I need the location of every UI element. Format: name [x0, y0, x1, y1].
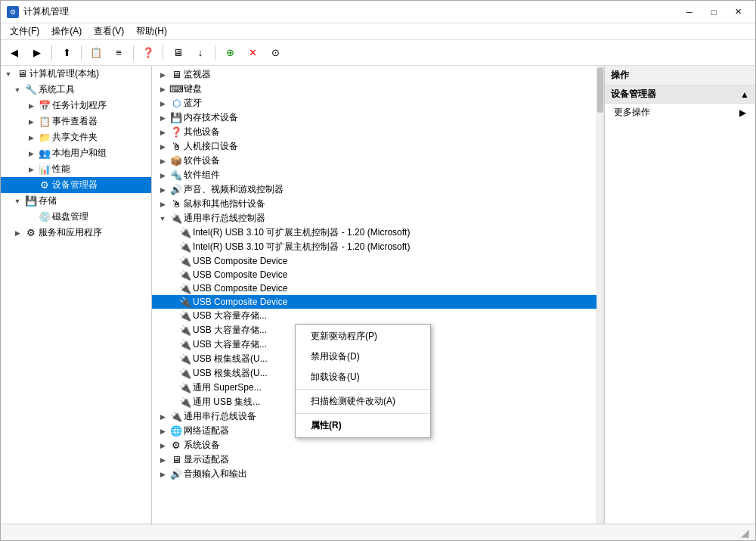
expand-icon: ▶ — [25, 132, 37, 144]
other-icon: ❓ — [170, 126, 182, 138]
menu-file[interactable]: 文件(F) — [4, 23, 45, 39]
softwarecomp-label: 软件组件 — [184, 169, 220, 182]
action-more-arrow: ▶ — [739, 107, 746, 118]
remove-button[interactable]: ✕ — [242, 42, 263, 64]
ctx-properties[interactable]: 属性(R) — [296, 415, 430, 436]
menu-action[interactable]: 操作(A) — [45, 23, 88, 39]
expand-icon: ▶ — [25, 100, 37, 112]
usb-icon: 🔌 — [179, 396, 191, 409]
hid-icon: 🖱 — [170, 141, 182, 153]
dev-sysdev[interactable]: ▶ ⚙ 系统设备 — [152, 438, 596, 452]
expand-icon: ▶ — [156, 440, 169, 452]
up-button[interactable]: ⬆ — [56, 42, 77, 64]
dev-software[interactable]: ▶ 📦 软件设备 — [152, 154, 596, 168]
action-more-actions[interactable]: 更多操作 ▶ — [605, 104, 755, 121]
computer-icon: 🖥 — [16, 68, 28, 80]
left-tree-taskscheduler[interactable]: ▶ 📅 任务计划程序 — [1, 98, 151, 113]
expand-icon: ▶ — [156, 98, 169, 110]
left-tree-root[interactable]: ▼ 🖥 计算机管理(本地) — [1, 66, 151, 82]
monitors-label: 监视器 — [184, 68, 211, 81]
display-label: 显示适配器 — [184, 453, 229, 466]
devmgr-icon: ⚙ — [39, 179, 51, 191]
dev-memory[interactable]: ▶ 💾 内存技术设备 — [152, 110, 596, 125]
left-tree-storage[interactable]: ▼ 💾 存储 — [1, 193, 151, 209]
usb-comp4-label: USB Composite Device — [193, 297, 287, 307]
back-button[interactable]: ◀ — [4, 42, 25, 64]
status-bar: ◢ — [1, 524, 755, 540]
export-button[interactable]: ↓ — [190, 42, 211, 64]
left-tree-diskmgmt[interactable]: 💿 磁盘管理 — [1, 209, 151, 225]
dev-keyboard[interactable]: ▶ ⌨ 键盘 — [152, 82, 596, 96]
forward-button[interactable]: ▶ — [26, 42, 48, 64]
expand-icon: ▶ — [156, 169, 169, 182]
dev-usb-comp2[interactable]: 🔌 USB Composite Device — [152, 268, 596, 281]
left-tree-perf[interactable]: ▶ 📊 性能 — [1, 161, 151, 177]
view-button[interactable]: ≡ — [108, 42, 129, 64]
menu-help[interactable]: 帮助(H) — [130, 23, 173, 39]
show-hide-tree-button[interactable]: 📋 — [85, 42, 107, 64]
properties-button[interactable]: ⊙ — [265, 42, 286, 64]
expand-icon: ▶ — [156, 184, 169, 196]
ctx-scan-hardware[interactable]: 扫描检测硬件改动(A) — [296, 391, 430, 412]
dev-usb-mass1[interactable]: 🔌 USB 大容量存储... — [152, 309, 596, 323]
menu-view[interactable]: 查看(V) — [88, 23, 130, 39]
dev-usb-comp4[interactable]: 🔌 USB Composite Device — [152, 295, 596, 309]
left-tree-services[interactable]: ▶ ⚙ 服务和应用程序 — [1, 225, 151, 241]
dev-usb-comp1[interactable]: 🔌 USB Composite Device — [152, 254, 596, 268]
toolbar-sep-3 — [133, 45, 134, 61]
center-pane[interactable]: ▶ 🖥 监视器 ▶ ⌨ 键盘 ▶ ⬡ 蓝牙 ▶ — [152, 66, 596, 524]
dev-audio[interactable]: ▶ 🔊 音频输入和输出 — [152, 467, 596, 481]
ctx-uninstall-device[interactable]: 卸载设备(U) — [296, 367, 430, 387]
dev-hid[interactable]: ▶ 🖱 人机接口设备 — [152, 139, 596, 154]
dev-other[interactable]: ▶ ❓ 其他设备 — [152, 125, 596, 139]
help-button[interactable]: ❓ — [138, 42, 159, 64]
dev-usb-comp3[interactable]: 🔌 USB Composite Device — [152, 281, 596, 295]
dev-sound[interactable]: ▶ 🔊 声音、视频和游戏控制器 — [152, 182, 596, 197]
scrollbar-thumb[interactable] — [597, 67, 603, 113]
expand-icon: ▶ — [156, 411, 169, 423]
network-icon: 🌐 — [170, 425, 182, 437]
dev-usb-root[interactable]: ▼ 🔌 通用串行总线控制器 — [152, 211, 596, 225]
usb-icon: 🔌 — [179, 282, 191, 294]
app-icon: ⚙ — [7, 6, 19, 18]
left-tree-localusers[interactable]: ▶ 👥 本地用户和组 — [1, 145, 151, 161]
usb-intel2-label: Intel(R) USB 3.10 可扩展主机控制器 - 1.20 (Micro… — [193, 241, 410, 253]
memory-label: 内存技术设备 — [184, 111, 238, 124]
eventviewer-icon: 📋 — [39, 116, 51, 128]
dev-usb-intel1[interactable]: 🔌 Intel(R) USB 3.10 可扩展主机控制器 - 1.20 (Mic… — [152, 225, 596, 240]
dev-softwarecomp[interactable]: ▶ 🔩 软件组件 — [152, 168, 596, 182]
dev-mouse[interactable]: ▶ 🖱 鼠标和其他指针设备 — [152, 197, 596, 211]
maximize-button[interactable]: □ — [702, 5, 725, 20]
usb-generic-label: 通用 USB 集线... — [193, 396, 260, 409]
minimize-button[interactable]: ─ — [678, 5, 701, 20]
left-tree-sharedfolder[interactable]: ▶ 📁 共享文件夹 — [1, 129, 151, 145]
usb-icon: 🔌 — [179, 255, 191, 267]
ctx-update-driver[interactable]: 更新驱动程序(P) — [296, 326, 430, 347]
left-tree-eventviewer[interactable]: ▶ 📋 事件查看器 — [1, 113, 151, 129]
dev-display[interactable]: ▶ 🖥 显示适配器 — [152, 452, 596, 467]
usb-icon: 🔌 — [179, 339, 191, 351]
toolbar-sep-4 — [163, 45, 163, 61]
left-pane[interactable]: ▼ 🖥 计算机管理(本地) ▼ 🔧 系统工具 ▶ 📅 任务计划程序 ▶ 📋 事件… — [1, 66, 152, 524]
expand-icon: ▶ — [25, 163, 37, 176]
dev-usb-intel2[interactable]: 🔌 Intel(R) USB 3.10 可扩展主机控制器 - 1.20 (Mic… — [152, 240, 596, 254]
close-button[interactable]: ✕ — [727, 5, 749, 20]
usb-root-label: 通用串行总线控制器 — [184, 212, 265, 225]
add-button[interactable]: ⊕ — [219, 42, 240, 64]
ctx-disable-device[interactable]: 禁用设备(D) — [296, 347, 430, 367]
usbdev-icon: 🔌 — [170, 411, 182, 423]
expand-icon: ▶ — [156, 468, 169, 480]
expand-icon: ▶ — [156, 83, 169, 95]
services-icon: ⚙ — [25, 227, 37, 239]
new-window-button[interactable]: 🖥 — [167, 42, 188, 64]
left-tree-systools[interactable]: ▼ 🔧 系统工具 — [1, 82, 151, 98]
dev-monitors[interactable]: ▶ 🖥 监视器 — [152, 67, 596, 82]
resize-grip[interactable]: ◢ — [741, 527, 749, 539]
dev-bluetooth[interactable]: ▶ ⬡ 蓝牙 — [152, 96, 596, 110]
action-section-devmgr[interactable]: 设备管理器 ▲ — [605, 86, 755, 104]
scrollbar-track[interactable] — [596, 66, 604, 524]
expand-icon: ▶ — [156, 141, 169, 153]
left-tree-devmgr[interactable]: ⚙ 设备管理器 — [1, 177, 151, 193]
expand-icon: ▶ — [156, 425, 169, 437]
expand-icon: ▶ — [156, 155, 169, 167]
